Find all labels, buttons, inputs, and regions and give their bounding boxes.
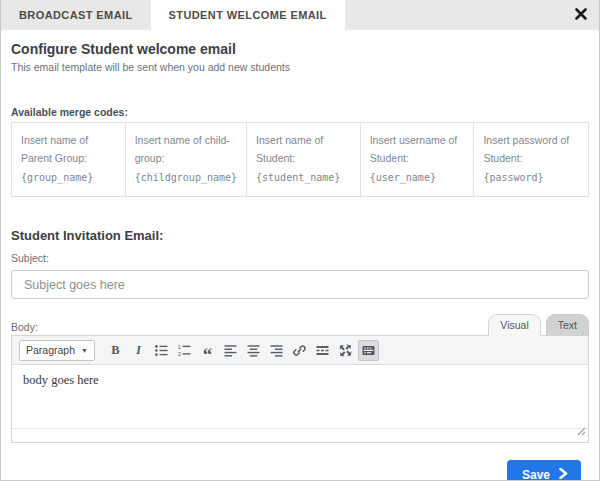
tab-broadcast-email[interactable]: BROADCAST EMAIL	[1, 0, 151, 30]
merge-code-description: Insert name of Parent Group:	[21, 134, 88, 164]
merge-code-description: Insert name of Student:	[256, 134, 323, 164]
merge-code-childgroup: Insert name of child-group: {childgroup_…	[126, 123, 247, 196]
merge-code-value: {password}	[483, 172, 543, 183]
insert-more-tag-icon	[315, 343, 330, 358]
chevron-down-icon: ▼	[81, 347, 88, 354]
merge-code-description: Insert username of Student:	[370, 134, 458, 164]
fullscreen-icon	[338, 343, 353, 358]
modal-content: Configure Student welcome email This ema…	[1, 30, 599, 481]
body-editor: Paragraph ▼ B I	[11, 335, 589, 443]
modal-tabbar: BROADCAST EMAIL STUDENT WELCOME EMAIL	[1, 0, 599, 30]
save-button[interactable]: Save	[507, 460, 581, 481]
invitation-email-title: Student Invitation Email:	[11, 228, 589, 243]
toolbar-toggle-icon	[361, 343, 376, 358]
merge-code-value: {student_name}	[256, 172, 340, 183]
align-center-icon	[246, 343, 261, 358]
merge-code-password: Insert password of Student:{password}	[474, 123, 588, 196]
align-right-button[interactable]	[266, 340, 287, 361]
align-center-button[interactable]	[243, 340, 264, 361]
bulleted-list-button[interactable]	[151, 340, 172, 361]
insert-more-tag-button[interactable]	[312, 340, 333, 361]
align-left-icon	[223, 343, 238, 358]
editor-statusbar	[12, 429, 588, 442]
merge-code-value: {user_name}	[370, 172, 436, 183]
close-button[interactable]	[563, 0, 599, 30]
merge-codes-section: Available merge codes: Insert name of Pa…	[11, 106, 589, 197]
merge-code-student-name: Insert name of Student: {student_name}	[247, 123, 361, 196]
invitation-email-section: Student Invitation Email: Subject: Body:…	[11, 228, 589, 481]
resize-handle[interactable]	[577, 422, 586, 440]
align-right-icon	[269, 343, 284, 358]
svg-text:2: 2	[178, 351, 181, 357]
page-title: Configure Student welcome email	[11, 41, 589, 57]
insert-link-button[interactable]	[289, 340, 310, 361]
body-row: Body: Visual Text	[11, 313, 589, 335]
merge-codes-table: Insert name of Parent Group:{group_name}…	[11, 122, 589, 197]
editor-mode-switch: Visual Text	[488, 313, 589, 335]
bulleted-list-icon	[154, 343, 169, 358]
email-config-modal: BROADCAST EMAIL STUDENT WELCOME EMAIL Co…	[0, 0, 600, 481]
chevron-right-icon	[559, 468, 568, 481]
close-icon	[575, 6, 587, 24]
svg-text:1: 1	[178, 343, 181, 349]
subject-label: Subject:	[11, 252, 589, 264]
bold-button[interactable]: B	[105, 340, 126, 361]
blockquote-button[interactable]: “	[197, 340, 218, 361]
italic-button[interactable]: I	[128, 340, 149, 361]
text-mode-button[interactable]: Text	[546, 314, 589, 336]
tab-student-welcome-email[interactable]: STUDENT WELCOME EMAIL	[151, 0, 345, 30]
merge-code-value: {group_name}	[21, 172, 93, 183]
merge-code-value: {childgroup_name}	[135, 172, 237, 183]
body-label: Body:	[11, 321, 38, 333]
toolbar-toggle-button[interactable]	[358, 340, 379, 361]
subject-input[interactable]	[11, 270, 589, 299]
align-left-button[interactable]	[220, 340, 241, 361]
link-icon	[292, 343, 307, 358]
merge-code-description: Insert password of Student:	[483, 134, 569, 164]
editor-toolbar: Paragraph ▼ B I	[12, 336, 588, 365]
paragraph-format-select[interactable]: Paragraph ▼	[19, 340, 95, 361]
body-content-area[interactable]: body goes here	[12, 365, 588, 429]
numbered-list-icon: 1 2	[177, 343, 192, 358]
save-button-label: Save	[522, 468, 550, 481]
merge-code-parent-group: Insert name of Parent Group:{group_name}	[12, 123, 126, 196]
page-subtitle: This email template will be sent when yo…	[11, 61, 589, 73]
merge-code-username: Insert username of Student:{user_name}	[361, 123, 475, 196]
merge-code-description: Insert name of child-group:	[135, 134, 230, 164]
format-select-value: Paragraph	[26, 344, 75, 356]
fullscreen-button[interactable]	[335, 340, 356, 361]
merge-codes-label: Available merge codes:	[11, 106, 589, 118]
modal-footer: Save	[11, 443, 589, 481]
visual-mode-button[interactable]: Visual	[488, 314, 540, 336]
numbered-list-button[interactable]: 1 2	[174, 340, 195, 361]
